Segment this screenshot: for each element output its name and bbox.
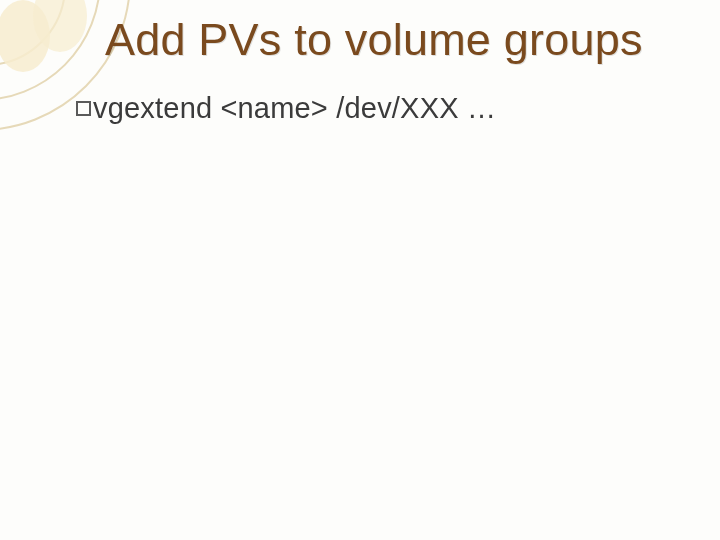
command-name: vgextend — [93, 92, 212, 124]
bullet-square-icon — [76, 101, 91, 116]
svg-point-0 — [0, 0, 50, 72]
slide-title: Add PVs to volume groups — [105, 14, 643, 66]
command-line: vgextend <name> /dev/XXX … — [76, 92, 496, 125]
command-args: <name> /dev/XXX … — [220, 92, 496, 124]
slide: Add PVs to volume groups vgextend <name>… — [0, 0, 720, 540]
svg-point-1 — [33, 0, 87, 52]
corner-arcs-decoration — [0, 0, 720, 540]
